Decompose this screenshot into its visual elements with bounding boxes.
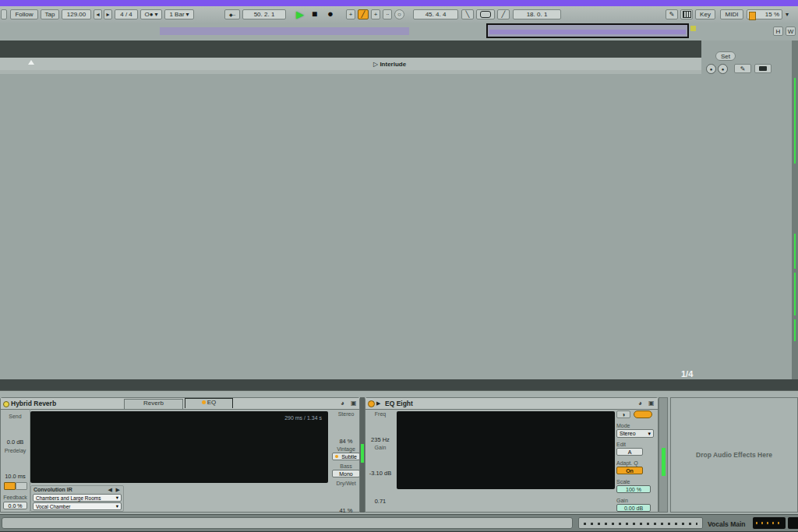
keyboard-icon [683, 11, 691, 18]
overview-clips-shade [489, 30, 686, 34]
device-eq-eight: ▶ EQ Eight ◕ ▣ Freq 235 Hz Gain -3.10 dB… [365, 397, 659, 513]
freq-label: Freq [365, 411, 395, 417]
device-drop-zone[interactable]: Drop Audio Effects Here [670, 397, 798, 513]
edit-ab-button[interactable]: A [616, 448, 643, 456]
level-meter [662, 448, 666, 476]
eq-analyze-button[interactable] [634, 410, 652, 418]
eq-audition-button[interactable]: ◑ [616, 410, 630, 418]
cpu-meter-bar [749, 12, 756, 20]
grid-size-label: 1/4 [681, 369, 693, 379]
drop-zone-text: Drop Audio Effects Here [696, 451, 772, 459]
key-map-button[interactable]: Key [695, 9, 715, 19]
arrangement-area[interactable] [0, 74, 701, 379]
time-signature-display[interactable]: 4 / 4 [115, 9, 138, 19]
follow-button[interactable]: Follow [10, 9, 38, 19]
device-power-icon[interactable] [368, 400, 375, 407]
quantize-label: 1 Bar [169, 11, 184, 18]
transport-toolbar: Follow Tap 129.00 ◂ ▸ 4 / 4 O●▾ 1 Bar▾ ◆… [0, 6, 798, 23]
re-enable-automation-button[interactable]: + [371, 9, 380, 19]
track-meter [794, 234, 796, 269]
eq-right-column: ◑ Mode Stereo▾ Edit A Adapt. Q On Scale … [616, 409, 658, 513]
scale-value[interactable]: 100 % [616, 485, 651, 493]
session-record-button[interactable]: ○ [394, 9, 404, 19]
level-meter [361, 444, 364, 463]
eq-eight-header[interactable]: ▶ EQ Eight ◕ ▣ [365, 398, 658, 410]
nudge-down-button[interactable]: ◂ [94, 9, 102, 19]
eq-graph[interactable] [397, 411, 615, 489]
hot-swap-icon[interactable]: ◕ [638, 400, 642, 407]
track-meter [794, 78, 796, 164]
play-button[interactable]: ▶ [296, 9, 304, 20]
arrangement-position-display[interactable]: 50. 2. 1 [242, 9, 286, 19]
overdub-button[interactable]: + [346, 9, 355, 19]
loop-icon [480, 11, 491, 18]
clip-overview-strip[interactable] [578, 517, 703, 529]
gain-label: Gain [365, 445, 395, 450]
status-display-2 [788, 517, 798, 529]
adapt-q-toggle[interactable]: On [616, 467, 643, 474]
device-meter-strip [659, 397, 668, 513]
song-start-marker[interactable] [28, 60, 34, 65]
arrangement-position-button[interactable]: ◆– [224, 9, 240, 19]
width-zoom-button[interactable]: W [786, 26, 796, 36]
loop-switch-button[interactable] [476, 9, 495, 19]
window-top-strip [0, 0, 798, 6]
groove-label: O● [144, 11, 153, 18]
save-preset-icon[interactable]: ▣ [648, 400, 655, 407]
punch-in-button[interactable]: ╲ [461, 9, 474, 19]
tempo-display[interactable]: 129.00 [62, 9, 91, 19]
gain-value[interactable]: -3.10 dB [365, 470, 395, 477]
draw-mode-button[interactable]: ✎ [666, 9, 678, 19]
stop-button[interactable]: ■ [312, 9, 317, 19]
time-ruler[interactable] [0, 379, 798, 390]
output-gain-value[interactable]: 0.00 dB [616, 504, 651, 512]
output-gain-label: Gain [616, 498, 654, 503]
chevron-down-icon: ▾ [648, 431, 651, 437]
groove-amount-display[interactable]: O●▾ [140, 9, 162, 19]
cpu-meter-display[interactable]: 15 % [747, 9, 782, 19]
quantization-display[interactable]: 1 Bar▾ [164, 9, 194, 19]
right-scroll-strip[interactable] [792, 41, 798, 379]
arrangement-overview[interactable]: H W [0, 23, 798, 41]
draw-automation-button[interactable]: ✎ [734, 64, 751, 73]
adapt-q-label: Adapt. Q [616, 460, 654, 466]
automation-arm-button[interactable]: ╱ [358, 9, 369, 19]
overview-marker [690, 26, 696, 31]
loop-start-display[interactable]: 45. 4. 4 [413, 9, 458, 19]
freq-value[interactable]: 235 Hz [365, 436, 395, 443]
track-headers-panel: Set ● ● ✎ [701, 41, 792, 379]
camera-follow-button[interactable] [754, 64, 772, 73]
loop-length-display[interactable]: 18. 0. 1 [513, 9, 561, 19]
locator-label: Interlude [380, 61, 406, 68]
overview-view-box[interactable] [486, 23, 689, 38]
overview-clips-shade [160, 27, 409, 35]
device-scrollbar[interactable] [2, 517, 573, 529]
punch-out-button[interactable]: ╱ [497, 9, 510, 19]
device-view: Hybrid Reverb Reverb EQ ◕ ▣ Send 0.0 dB … [0, 390, 798, 515]
nudge-up-button[interactable]: ▸ [104, 9, 112, 19]
set-locator-button[interactable]: Set [715, 51, 736, 61]
tap-tempo-button[interactable]: Tap [41, 9, 59, 19]
toolbar-edge-button[interactable] [1, 9, 7, 19]
status-display-1 [753, 517, 786, 529]
height-zoom-button[interactable]: H [773, 26, 783, 36]
midi-map-button[interactable]: MIDI [720, 9, 743, 19]
locator-interlude[interactable]: ▷ Interlude [373, 61, 406, 68]
cpu-value: 15 % [765, 11, 779, 18]
device-fold-icon[interactable]: ▶ [376, 400, 380, 407]
chevron-down-icon: ▾ [155, 11, 158, 18]
hr-knob-row [1, 398, 361, 513]
mode-select[interactable]: Stereo▾ [616, 429, 654, 438]
camera-icon [759, 66, 767, 71]
computer-midi-keyboard-button[interactable] [680, 9, 693, 19]
locator-next-button[interactable]: ● [718, 64, 728, 74]
status-meter-marks [756, 522, 782, 524]
bar-ruler[interactable] [0, 41, 798, 58]
capture-midi-button[interactable]: ·· [383, 9, 392, 19]
device-title: EQ Eight [385, 400, 413, 407]
mode-label: Mode [616, 423, 654, 428]
locator-prev-button[interactable]: ● [706, 64, 716, 74]
record-button[interactable]: ● [327, 8, 334, 19]
chevron-down-icon[interactable]: ▾ [786, 11, 789, 18]
device-hybrid-reverb: Hybrid Reverb Reverb EQ ◕ ▣ Send 0.0 dB … [0, 397, 360, 513]
